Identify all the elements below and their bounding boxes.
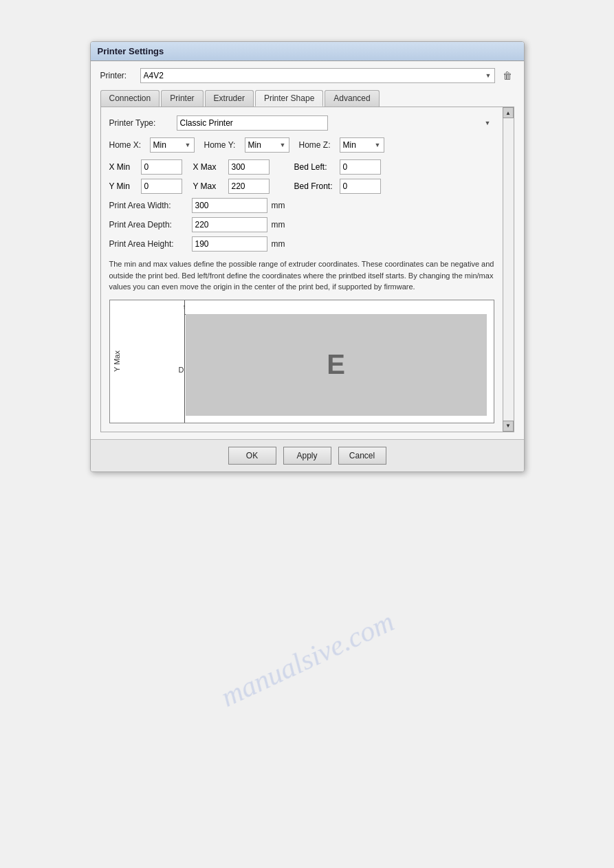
dialog-body: Printer: A4V2 🗑 Connection Printer Extru… bbox=[91, 61, 524, 439]
print-area-depth-row: Print Area Depth: mm bbox=[109, 217, 494, 232]
scrollbar-down-button[interactable]: ▼ bbox=[503, 421, 514, 432]
print-area-height-label: Print Area Height: bbox=[109, 239, 192, 249]
y-min-label: Y Min bbox=[109, 181, 137, 191]
printer-type-label: Printer Type: bbox=[109, 118, 171, 128]
tab-printer[interactable]: Printer bbox=[161, 90, 203, 107]
print-area-width-unit: mm bbox=[272, 201, 285, 210]
x-max-input[interactable] bbox=[228, 159, 270, 175]
bed-visualization: Y Max ↑ D E bbox=[109, 300, 494, 423]
home-z-label: Home Z: bbox=[299, 140, 337, 150]
dialog-footer: OK Apply Cancel bbox=[91, 439, 524, 471]
tabs-bar: Connection Printer Extruder Printer Shap… bbox=[100, 90, 514, 107]
home-xyz-row: Home X: Min Max Home Y: Min bbox=[109, 137, 494, 153]
ok-button[interactable]: OK bbox=[228, 447, 276, 465]
viz-crosshair-vertical bbox=[184, 300, 185, 423]
print-area-height-input[interactable] bbox=[192, 236, 267, 252]
printer-select-wrapper: A4V2 bbox=[140, 68, 495, 83]
tab-advanced[interactable]: Advanced bbox=[325, 90, 379, 107]
y-max-input[interactable] bbox=[228, 179, 270, 194]
cancel-button[interactable]: Cancel bbox=[338, 447, 386, 465]
viz-y-axis-label: Y Max bbox=[111, 300, 122, 423]
bed-front-label: Bed Front: bbox=[294, 181, 336, 191]
dialog-title-bar: Printer Settings bbox=[91, 42, 524, 61]
printer-select[interactable]: A4V2 bbox=[140, 68, 495, 83]
viz-y-axis-text: Y Max bbox=[113, 350, 121, 372]
bed-left-group: Bed Left: bbox=[294, 159, 381, 175]
printer-settings-dialog: Printer Settings Printer: A4V2 🗑 Connect… bbox=[90, 41, 525, 472]
print-area-height-unit: mm bbox=[272, 239, 285, 249]
bed-left-label: Bed Left: bbox=[294, 162, 336, 172]
info-text: The min and max values define the possib… bbox=[109, 258, 494, 293]
home-y-select-wrapper: Min Max bbox=[245, 137, 289, 153]
home-z-group: Home Z: Min Max bbox=[299, 137, 384, 153]
x-max-group: X Max bbox=[193, 159, 270, 175]
x-min-group: X Min bbox=[109, 159, 182, 175]
printer-shape-content: Printer Type: Classic PrinterCoreXYDelta… bbox=[101, 107, 503, 432]
home-x-label: Home X: bbox=[109, 140, 147, 150]
tab-extruder[interactable]: Extruder bbox=[205, 90, 254, 107]
printer-type-select-wrapper: Classic PrinterCoreXYDelta bbox=[177, 115, 494, 131]
dialog-title: Printer Settings bbox=[98, 46, 164, 56]
viz-arrow-up-icon: ↑ bbox=[183, 303, 186, 311]
home-z-select[interactable]: Min Max bbox=[340, 137, 384, 153]
viz-e-label: E bbox=[327, 349, 345, 380]
home-y-select[interactable]: Min Max bbox=[245, 137, 289, 153]
printer-label: Printer: bbox=[100, 71, 135, 80]
print-area-depth-label: Print Area Depth: bbox=[109, 220, 192, 230]
printer-row: Printer: A4V2 🗑 bbox=[100, 68, 514, 83]
home-z-select-wrapper: Min Max bbox=[340, 137, 384, 153]
tab-content-area: Printer Type: Classic PrinterCoreXYDelta… bbox=[100, 107, 514, 432]
y-max-group: Y Max bbox=[193, 179, 270, 194]
y-min-input[interactable] bbox=[141, 179, 182, 194]
print-area-width-input[interactable] bbox=[192, 198, 267, 213]
home-y-group: Home Y: Min Max bbox=[204, 137, 289, 153]
printer-type-row: Printer Type: Classic PrinterCoreXYDelta bbox=[109, 115, 494, 131]
print-area-width-row: Print Area Width: mm bbox=[109, 198, 494, 213]
home-x-group: Home X: Min Max bbox=[109, 137, 195, 153]
print-area-depth-unit: mm bbox=[272, 220, 285, 230]
print-area-depth-input[interactable] bbox=[192, 217, 267, 232]
viz-d-label: D bbox=[179, 366, 184, 374]
tab-connection[interactable]: Connection bbox=[100, 90, 160, 107]
home-x-select[interactable]: Min Max bbox=[150, 137, 195, 153]
home-y-label: Home Y: bbox=[204, 140, 242, 150]
home-x-select-wrapper: Min Max bbox=[150, 137, 195, 153]
x-min-label: X Min bbox=[109, 162, 137, 172]
printer-type-select[interactable]: Classic PrinterCoreXYDelta bbox=[177, 115, 328, 131]
x-min-input[interactable] bbox=[141, 159, 182, 175]
print-area-width-label: Print Area Width: bbox=[109, 201, 192, 210]
delete-printer-button[interactable]: 🗑 bbox=[501, 69, 514, 82]
viz-print-bed: E bbox=[186, 314, 487, 416]
print-area-height-row: Print Area Height: mm bbox=[109, 236, 494, 252]
y-max-label: Y Max bbox=[193, 181, 224, 191]
bed-front-input[interactable] bbox=[340, 179, 381, 194]
bed-left-input[interactable] bbox=[340, 159, 381, 175]
scrollbar-track[interactable] bbox=[503, 118, 514, 421]
x-max-label: X Max bbox=[193, 162, 224, 172]
content-scrollbar[interactable]: ▲ ▼ bbox=[503, 107, 514, 432]
y-min-group: Y Min bbox=[109, 179, 182, 194]
tab-printer-shape[interactable]: Printer Shape bbox=[255, 90, 323, 107]
bed-front-group: Bed Front: bbox=[294, 179, 381, 194]
apply-button[interactable]: Apply bbox=[283, 447, 331, 465]
watermark-text: manualsive.com bbox=[215, 605, 399, 713]
scrollbar-up-button[interactable]: ▲ bbox=[503, 107, 514, 118]
